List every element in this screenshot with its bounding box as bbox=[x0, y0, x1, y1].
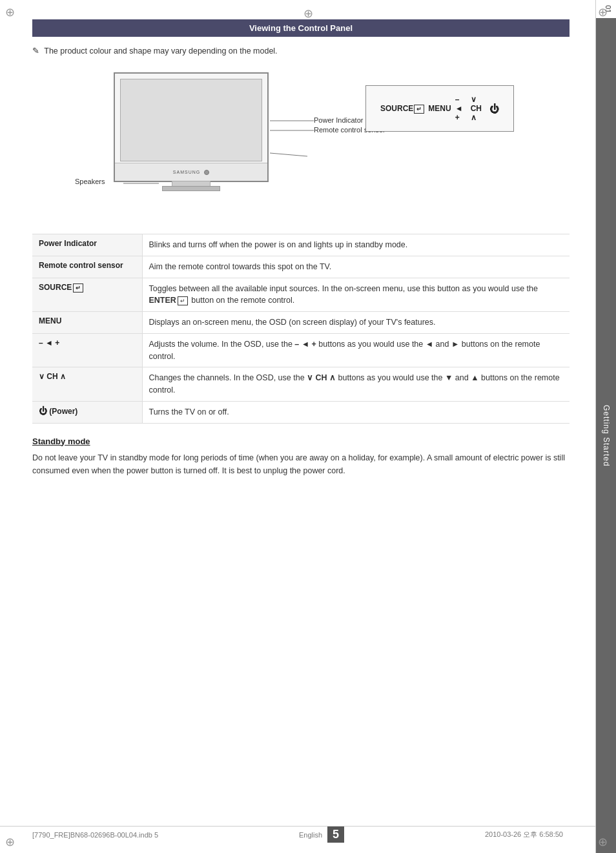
speakers-label: Speakers bbox=[75, 178, 105, 185]
page-number: 5 bbox=[327, 827, 344, 843]
label-text: Power Indicator bbox=[39, 239, 97, 248]
desc-text: Changes the channels. In the OSD, use th… bbox=[149, 373, 560, 395]
footer-lang: English bbox=[299, 831, 322, 839]
diagram-area: SAMSUNG Power Indicator Remote control s… bbox=[75, 66, 527, 221]
sidebar-label: Getting Started bbox=[595, 18, 616, 853]
note-line: ✎ The product colour and shape may vary … bbox=[32, 46, 570, 56]
samsung-logo: SAMSUNG bbox=[173, 170, 200, 174]
right-sidebar: 01 Getting Started bbox=[595, 0, 616, 853]
desc-text: Toggles between all the available input … bbox=[149, 284, 538, 305]
label-text: – ◄ + bbox=[39, 338, 59, 347]
table-row: Remote control sensor Aim the remote con… bbox=[32, 256, 570, 278]
section-header: Viewing the Control Panel bbox=[32, 19, 570, 37]
corner-mark-tr bbox=[598, 5, 611, 18]
note-icon: ✎ bbox=[32, 46, 39, 56]
footer-page: English 5 bbox=[299, 827, 344, 843]
tv-dot bbox=[204, 170, 209, 175]
label-cell: – ◄ + bbox=[32, 333, 142, 367]
label-text: MENU bbox=[39, 316, 61, 325]
label-cell: MENU bbox=[32, 312, 142, 334]
tv-bottom-bar: SAMSUNG bbox=[115, 163, 267, 181]
standby-heading: Standby mode bbox=[32, 437, 570, 446]
table-row: ∨ CH ∧ Changes the channels. In the OSD,… bbox=[32, 367, 570, 402]
table-row: – ◄ + Adjusts the volume. In the OSD, us… bbox=[32, 333, 570, 367]
center-mark-top bbox=[303, 6, 313, 21]
desc-text: Aim the remote control towards this spot… bbox=[149, 262, 332, 271]
label-text: ⏻ (Power) bbox=[39, 407, 77, 416]
desc-cell: Aim the remote control towards this spot… bbox=[142, 256, 570, 278]
info-table-body: Power Indicator Blinks and turns off whe… bbox=[32, 234, 570, 424]
corner-mark-tl bbox=[5, 5, 18, 18]
menu-btn-label: MENU bbox=[428, 104, 451, 113]
label-cell: ∨ CH ∧ bbox=[32, 367, 142, 402]
source-btn-label: SOURCE↵ bbox=[380, 104, 424, 113]
desc-cell: Changes the channels. In the OSD, use th… bbox=[142, 367, 570, 402]
desc-cell: Toggles between all the available input … bbox=[142, 278, 570, 312]
table-row: MENU Displays an on-screen menu, the OSD… bbox=[32, 312, 570, 334]
footer: [7790_FRE]BN68-02696B-00L04.indb 5 Engli… bbox=[0, 826, 595, 843]
label-cell: Power Indicator bbox=[32, 234, 142, 256]
table-row: ⏻ (Power) Turns the TV on or off. bbox=[32, 401, 570, 423]
desc-text: Adjusts the volume. In the OSD, use the … bbox=[149, 340, 540, 361]
tv-frame: SAMSUNG bbox=[114, 72, 269, 182]
ctrl-display: SOURCE↵ MENU – ◄ + ∨ CH ∧ ⏻ bbox=[374, 91, 506, 126]
desc-text: Blinks and turns off when the power is o… bbox=[149, 240, 408, 249]
tv-base bbox=[162, 186, 220, 191]
label-cell: Remote control sensor bbox=[32, 256, 142, 278]
desc-cell: Displays an on-screen menu, the OSD (on … bbox=[142, 312, 570, 334]
control-panel-box: SOURCE↵ MENU – ◄ + ∨ CH ∧ ⏻ bbox=[365, 85, 514, 132]
label-text: Remote control sensor bbox=[39, 261, 123, 270]
desc-cell: Adjusts the volume. In the OSD, use the … bbox=[142, 333, 570, 367]
section-title: Viewing the Control Panel bbox=[249, 23, 353, 33]
note-text: The product colour and shape may vary de… bbox=[44, 46, 277, 56]
ch-btn-label: ∨ CH ∧ bbox=[471, 95, 486, 122]
svg-line-5 bbox=[270, 153, 307, 156]
label-text: SOURCE↵ bbox=[39, 283, 83, 292]
standby-text: Do not leave your TV in standby mode for… bbox=[32, 451, 570, 477]
desc-text: Turns the TV on or off. bbox=[149, 407, 229, 416]
corner-mark-br bbox=[598, 835, 611, 848]
info-table: Power Indicator Blinks and turns off whe… bbox=[32, 234, 570, 424]
power-btn-label: ⏻ bbox=[489, 103, 499, 114]
desc-cell: Blinks and turns off when the power is o… bbox=[142, 234, 570, 256]
footer-file: [7790_FRE]BN68-02696B-00L04.indb 5 bbox=[32, 831, 158, 839]
desc-cell: Turns the TV on or off. bbox=[142, 401, 570, 423]
tv-screen bbox=[120, 79, 262, 161]
main-content: Viewing the Control Panel ✎ The product … bbox=[0, 0, 595, 503]
label-cell: SOURCE↵ bbox=[32, 278, 142, 312]
desc-text: Displays an on-screen menu, the OSD (on … bbox=[149, 318, 436, 327]
table-row: SOURCE↵ Toggles between all the availabl… bbox=[32, 278, 570, 312]
label-cell: ⏻ (Power) bbox=[32, 401, 142, 423]
vol-btn-label: – ◄ + bbox=[455, 95, 467, 122]
table-row: Power Indicator Blinks and turns off whe… bbox=[32, 234, 570, 256]
footer-date: 2010-03-26 오후 6:58:50 bbox=[485, 830, 563, 839]
label-text: ∨ CH ∧ bbox=[39, 372, 66, 381]
power-indicator-label: Power Indicator bbox=[314, 116, 363, 124]
